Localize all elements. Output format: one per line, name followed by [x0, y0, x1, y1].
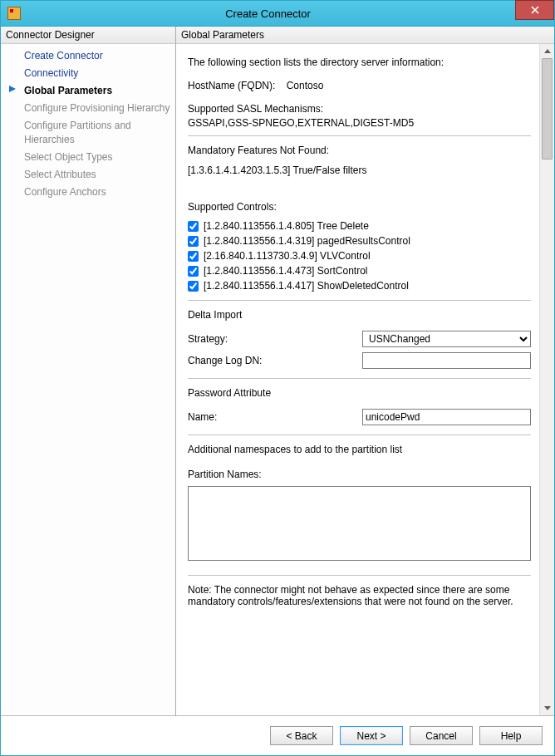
control-tree-delete[interactable]: [1.2.840.113556.1.4.805] Tree Delete: [188, 218, 531, 233]
app-icon: [7, 7, 21, 20]
mandatory-features-label: Mandatory Features Not Found:: [188, 145, 531, 156]
main-panel: Global Parameters The following section …: [176, 27, 554, 715]
body: Connector Designer Create Connector Conn…: [1, 27, 554, 715]
changelog-input[interactable]: [362, 352, 531, 369]
control-paged-results[interactable]: [1.2.840.113556.1.4.319] pagedResultsCon…: [188, 233, 531, 248]
control-paged-results-label: [1.2.840.113556.1.4.319] pagedResultsCon…: [204, 235, 410, 247]
control-sort-checkbox[interactable]: [188, 266, 199, 277]
namespace-intro: Additional namespaces to add to the part…: [188, 444, 531, 455]
strategy-row: Strategy: USNChanged: [188, 328, 531, 350]
delta-import-header: Delta Import: [188, 309, 531, 321]
next-button[interactable]: Next >: [340, 726, 403, 745]
control-sort-label: [1.2.840.113556.1.4.473] SortControl: [204, 265, 367, 277]
sidebar-item-connectivity[interactable]: Connectivity: [1, 65, 175, 82]
sidebar: Connector Designer Create Connector Conn…: [1, 27, 176, 715]
scroll-thumb[interactable]: [542, 58, 553, 160]
sidebar-items: Create Connector Connectivity Global Par…: [1, 44, 175, 201]
vertical-scrollbar[interactable]: [539, 44, 554, 715]
back-button[interactable]: < Back: [270, 726, 333, 745]
main-header: Global Parameters: [176, 27, 554, 44]
hostname-value: Contoso: [287, 80, 324, 91]
separator: [188, 300, 531, 301]
control-show-deleted-checkbox[interactable]: [188, 281, 199, 292]
scroll-down-button[interactable]: [540, 701, 554, 715]
control-tree-delete-label: [1.2.840.113556.1.4.805] Tree Delete: [204, 220, 369, 232]
button-bar: < Back Next > Cancel Help: [1, 715, 554, 755]
strategy-select[interactable]: USNChanged: [362, 331, 531, 347]
titlebar: Create Connector: [1, 1, 554, 27]
sidebar-item-partitions-hierarchies: Configure Partitions and Hierarchies: [1, 117, 175, 149]
sidebar-item-create-connector[interactable]: Create Connector: [1, 47, 175, 65]
hostname-label: HostName (FQDN):: [188, 80, 275, 91]
separator: [188, 434, 531, 435]
password-attribute-header: Password Attribute: [188, 387, 531, 399]
control-paged-results-checkbox[interactable]: [188, 236, 199, 247]
pwd-name-row: Name:: [188, 406, 531, 428]
help-button[interactable]: Help: [479, 726, 543, 745]
separator: [188, 575, 531, 576]
control-show-deleted[interactable]: [1.2.840.113556.1.4.417] ShowDeletedCont…: [188, 278, 531, 293]
cancel-button[interactable]: Cancel: [410, 726, 473, 745]
separator: [188, 378, 531, 379]
control-vlv-label: [2.16.840.1.113730.3.4.9] VLVControl: [204, 250, 371, 262]
sasl-value: GSSAPI,GSS-SPNEGO,EXTERNAL,DIGEST-MD5: [188, 117, 531, 129]
strategy-label: Strategy:: [188, 333, 362, 345]
scroll-up-button[interactable]: [540, 44, 554, 58]
intro-text: The following section lists the director…: [188, 56, 531, 68]
hostname-row: HostName (FQDN): Contoso: [188, 80, 531, 91]
scroll-track[interactable]: [540, 58, 554, 701]
close-icon: [531, 6, 539, 14]
sidebar-item-attributes: Select Attributes: [1, 166, 175, 184]
sidebar-item-object-types: Select Object Types: [1, 149, 175, 166]
partition-names-label: Partition Names:: [188, 469, 531, 480]
control-tree-delete-checkbox[interactable]: [188, 221, 199, 232]
changelog-label: Change Log DN:: [188, 355, 362, 366]
mandatory-features-value: [1.3.6.1.4.1.4203.1.5.3] True/False filt…: [188, 164, 531, 176]
close-button[interactable]: [515, 0, 554, 20]
control-vlv-checkbox[interactable]: [188, 251, 199, 262]
sasl-label: Supported SASL Mechanisms:: [188, 103, 531, 115]
sidebar-item-anchors: Configure Anchors: [1, 184, 175, 201]
control-show-deleted-label: [1.2.840.113556.1.4.417] ShowDeletedCont…: [204, 280, 409, 292]
supported-controls-label: Supported Controls:: [188, 201, 531, 213]
sidebar-item-provisioning-hierarchy: Configure Provisioning Hierarchy: [1, 100, 175, 117]
chevron-down-icon: [544, 706, 551, 710]
control-vlv[interactable]: [2.16.840.1.113730.3.4.9] VLVControl: [188, 248, 531, 263]
partition-names-input[interactable]: [188, 486, 531, 561]
sidebar-item-global-parameters[interactable]: Global Parameters: [1, 82, 175, 100]
separator: [188, 135, 531, 136]
control-sort[interactable]: [1.2.840.113556.1.4.473] SortControl: [188, 263, 531, 278]
window-title: Create Connector: [21, 7, 515, 20]
create-connector-window: Create Connector Connector Designer Crea…: [0, 0, 555, 756]
sidebar-header: Connector Designer: [1, 27, 175, 44]
chevron-up-icon: [544, 49, 551, 53]
pwd-name-input[interactable]: [362, 409, 531, 425]
changelog-row: Change Log DN:: [188, 350, 531, 371]
footer-note: Note: The connector might not behave as …: [188, 584, 531, 607]
pwd-name-label: Name:: [188, 411, 362, 423]
main-content: The following section lists the director…: [176, 44, 539, 715]
